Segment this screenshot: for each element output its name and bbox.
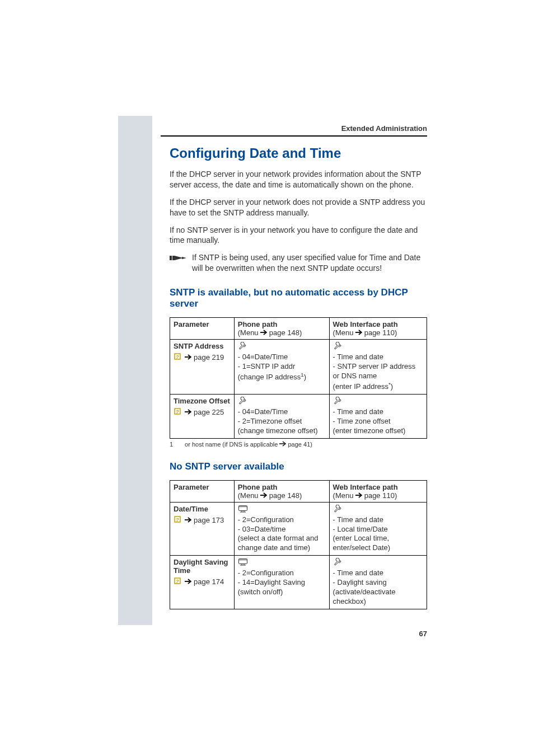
cell-line: (switch on/off) [238, 588, 326, 597]
web-path-cell: - Time and date- SNTP server IP address … [329, 340, 427, 395]
header-divider [161, 135, 427, 137]
intro-paragraph-3: If no SNTP server is in your network you… [170, 225, 427, 246]
arrow-right-icon [355, 491, 362, 500]
cell-line: - 04=Date/Time [238, 407, 326, 417]
cell-line: (activate/deactivate checkbox) [333, 588, 423, 607]
arrow-right-icon [185, 353, 191, 361]
reference-book-icon: ? [174, 515, 182, 525]
svg-rect-24 [238, 559, 247, 564]
wrench-icon [333, 342, 423, 351]
cell-line: - 2=Configuration [238, 515, 326, 525]
page-number: 67 [419, 630, 427, 638]
section-title: Configuring Date and Time [170, 145, 427, 161]
col-header-parameter: Parameter [170, 480, 235, 502]
sntp-table: Parameter Phone path (Menu page 148) [170, 317, 427, 439]
cell-line: - 1=SNTP IP addr [238, 362, 326, 372]
cell-line: - Local time/Date [333, 525, 423, 534]
parameter-cell: Daylight Saving Time?page 174 [170, 556, 235, 609]
reference-book-icon: ? [174, 353, 182, 362]
parameter-name: Date/Time [174, 505, 231, 513]
parameter-cell: SNTP Address?page 219 [170, 340, 235, 395]
arrow-right-icon [260, 491, 267, 500]
table-header-row: Parameter Phone path (Menu page 148) [170, 480, 427, 502]
left-sidebar-decoration [118, 116, 152, 625]
parameter-name: Timezone Offset [174, 397, 231, 405]
arrow-right-icon [279, 441, 286, 448]
arrow-right-icon [355, 328, 362, 337]
reference-book-icon: ? [174, 407, 182, 417]
cell-line: (enter timezone offset) [333, 426, 423, 436]
page-reference: ?page 174 [174, 577, 224, 586]
table-row: Daylight Saving Time?page 174- 2=Configu… [170, 556, 427, 609]
wrench-icon [238, 397, 326, 406]
phone-path-cell: - 04=Date/Time- 1=SNTP IP addr(change IP… [234, 340, 329, 395]
arrow-right-icon [185, 516, 191, 524]
col-header-web-path: Web Interface path (Menu page 110) [329, 480, 427, 502]
col-header-parameter: Parameter [170, 318, 235, 340]
cell-line: - 04=Date/Time [238, 353, 326, 362]
wrench-icon [333, 505, 423, 514]
web-path-cell: - Time and date- Time zone offset(enter … [329, 395, 427, 439]
page-reference: ?page 219 [174, 353, 224, 362]
page-reference-text: page 225 [194, 408, 224, 416]
phone-path-cell: - 2=Configuration- 14=Daylight Saving(sw… [234, 556, 329, 609]
arrow-right-icon [185, 577, 191, 586]
parameter-name: SNTP Address [174, 342, 231, 350]
cell-line: - 03=Date/time [238, 525, 326, 534]
svg-text:?: ? [176, 517, 179, 523]
parameter-name: Daylight Saving Time [174, 558, 231, 575]
page-reference: ?page 173 [174, 515, 224, 525]
page-container: Extended Administration Configuring Date… [0, 0, 534, 756]
svg-text:?: ? [176, 579, 179, 584]
svg-text:?: ? [176, 409, 179, 415]
table-footnote: 1 or host name (if DNS is applicable pag… [170, 441, 427, 448]
table-row: SNTP Address?page 219- 04=Date/Time- 1=S… [170, 340, 427, 395]
intro-paragraph-1: If the DHCP server in your network provi… [170, 169, 427, 190]
page-reference-text: page 219 [194, 353, 224, 361]
svg-rect-1 [172, 256, 175, 260]
cell-line: - Time and date [333, 515, 423, 525]
subsection1-title: SNTP is available, but no automatic acce… [170, 287, 427, 309]
cell-line: (enter Local time, enter/select Date) [333, 534, 423, 553]
subsection2-title: No SNTP server available [170, 461, 427, 472]
screen-icon [238, 558, 326, 567]
cell-line: - Time and date [333, 353, 423, 362]
web-path-cell: - Time and date- Daylight saving(activat… [329, 556, 427, 609]
table-row: Date/Time?page 173- 2=Configuration- 03=… [170, 502, 427, 556]
svg-rect-0 [170, 256, 172, 260]
parameter-cell: Date/Time?page 173 [170, 502, 235, 556]
cell-line: - Daylight saving [333, 578, 423, 588]
cell-line: (select a date format and change date an… [238, 534, 326, 553]
cell-line: - Time zone offset [333, 417, 423, 426]
wrench-icon [333, 397, 423, 406]
cell-line: - Time and date [333, 407, 423, 417]
col-header-phone-path: Phone path (Menu page 148) [234, 318, 329, 340]
page-reference-text: page 174 [194, 577, 224, 586]
phone-path-cell: - 04=Date/Time- 2=Timezone offset(change… [234, 395, 329, 439]
note-text: If SNTP is being used, any user specifie… [192, 252, 427, 274]
intro-paragraph-2: If the DHCP server in your network does … [170, 197, 427, 218]
table-row: Timezone Offset?page 225- 04=Date/Time- … [170, 395, 427, 439]
page-reference-text: page 173 [194, 516, 224, 524]
col-header-phone-path: Phone path (Menu page 148) [234, 480, 329, 502]
cell-line: - 2=Configuration [238, 569, 326, 578]
reference-book-icon: ? [174, 577, 182, 586]
parameter-cell: Timezone Offset?page 225 [170, 395, 235, 439]
arrow-right-icon [185, 408, 191, 416]
cell-line: (change timezone offset) [238, 426, 326, 436]
screen-icon [238, 505, 326, 514]
page-reference: ?page 225 [174, 407, 224, 417]
arrow-right-icon [260, 328, 267, 337]
cell-line: - Time and date [333, 569, 423, 578]
phone-path-cell: - 2=Configuration- 03=Date/time(select a… [234, 502, 329, 556]
wrench-icon [333, 558, 423, 567]
svg-text:?: ? [176, 354, 179, 360]
cell-line: - 2=Timezone offset [238, 417, 326, 426]
col-header-web-path: Web Interface path (Menu page 110) [329, 318, 427, 340]
svg-rect-16 [238, 505, 247, 510]
cell-line: (change IP address1) [238, 372, 326, 382]
table-header-row: Parameter Phone path (Menu page 148) [170, 318, 427, 340]
cell-line: - SNTP server IP address or DNS name [333, 362, 423, 381]
note-container: If SNTP is being used, any user specifie… [170, 252, 427, 274]
pointing-hand-icon [170, 252, 189, 266]
